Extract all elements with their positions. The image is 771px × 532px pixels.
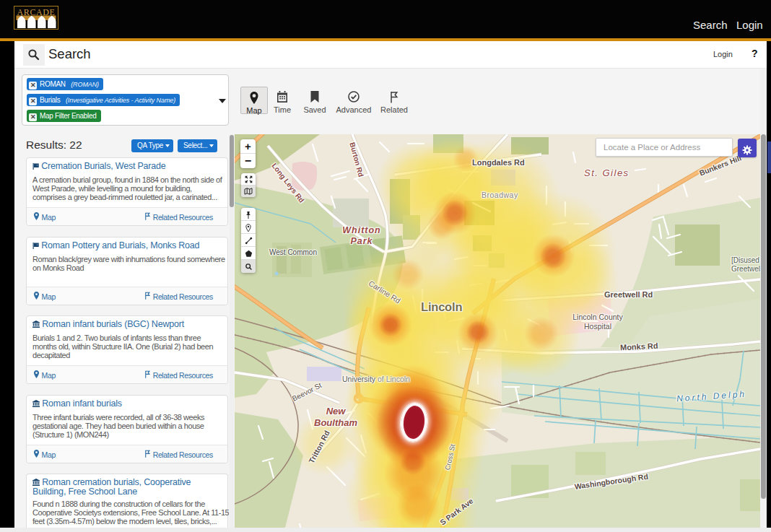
svg-text:ARCADE: ARCADE xyxy=(17,7,56,17)
